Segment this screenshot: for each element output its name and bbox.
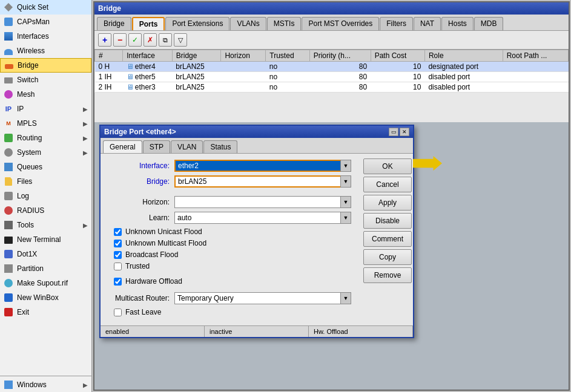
hardware-offload-checkbox[interactable] [114, 278, 122, 286]
tab-nat[interactable]: NAT [414, 17, 441, 30]
sidebar-item-quickset[interactable]: Quick Set [0, 0, 91, 15]
disable-button[interactable]: Disable [363, 213, 412, 229]
status-enabled: enabled [101, 326, 205, 337]
wireless-icon [4, 46, 13, 56]
multicast-router-label: Multicast Router: [108, 294, 174, 302]
sidebar-item-tools[interactable]: Tools ▶ [0, 218, 91, 232]
table-row[interactable]: 2 IH 🖥ether3 brLAN25 no 80 10 disabled p… [95, 82, 569, 93]
ok-button[interactable]: OK [363, 158, 412, 174]
sidebar-item-log[interactable]: Log [0, 189, 91, 203]
trusted-checkbox[interactable] [114, 263, 122, 270]
sidebar-item-label: Exit [17, 308, 88, 316]
unknown-unicast-label: Unknown Unicast Flood [125, 227, 202, 236]
remove-button[interactable]: Remove [363, 267, 412, 283]
horizon-row: Horizon: ▼ [108, 196, 351, 208]
sidebar-item-newterminal[interactable]: New Terminal [0, 232, 91, 247]
sidebar-item-label: Routing [17, 134, 79, 142]
bridge-dropdown-arrow[interactable]: ▼ [340, 175, 351, 188]
sidebar-item-dot1x[interactable]: Dot1X [0, 247, 91, 261]
actions-area: OK Cancel Apply Disable Comment Copy Rem… [358, 154, 413, 325]
multicast-router-select-wrapper: Temporary Query ▼ [174, 292, 351, 304]
sidebar-item-interfaces[interactable]: Interfaces [0, 29, 91, 44]
cell-pathcost: 10 [371, 72, 424, 82]
broadcast-flood-checkbox[interactable] [114, 251, 122, 259]
col-priority: Priority (h... [309, 50, 371, 62]
tab-bridge[interactable]: Bridge [97, 17, 131, 30]
tab-mdb[interactable]: MDB [474, 17, 504, 30]
dialog-tab-vlan[interactable]: VLAN [171, 140, 203, 153]
comment-button[interactable]: Comment [363, 231, 412, 247]
multicast-router-dropdown-arrow[interactable]: ▼ [340, 292, 351, 304]
apply-button[interactable]: Apply [363, 195, 412, 211]
sidebar-item-radius[interactable]: RADIUS [0, 203, 91, 218]
learn-dropdown-arrow[interactable]: ▼ [340, 212, 351, 224]
add-button[interactable]: + [98, 33, 111, 47]
dialog-actions: OK Cancel Apply Disable Comment Copy Rem… [358, 154, 413, 288]
unknown-multicast-checkbox[interactable] [114, 240, 122, 247]
filter-icon: ▽ [178, 36, 183, 44]
sidebar-item-routing[interactable]: Routing ▶ [0, 131, 91, 145]
disable-button[interactable]: ✗ [144, 33, 157, 47]
unknown-unicast-checkbox[interactable] [114, 228, 122, 236]
sidebar-item-queues[interactable]: Queues [0, 160, 91, 174]
dialog-tab-general[interactable]: General [103, 140, 142, 153]
enable-button[interactable]: ✓ [128, 33, 142, 47]
sidebar-item-newwinbox[interactable]: New WinBox [0, 290, 91, 305]
tab-filters[interactable]: Filters [380, 17, 413, 30]
horizon-input[interactable] [174, 196, 351, 208]
system-arrow: ▶ [83, 149, 88, 156]
tab-port-mst-overrides[interactable]: Port MST Overrides [302, 17, 379, 30]
sidebar-item-system[interactable]: System ▶ [0, 145, 91, 160]
sidebar-item-label: IP [17, 105, 79, 113]
interface-dropdown-arrow[interactable]: ▼ [340, 160, 351, 172]
fast-leave-row: Fast Leave [108, 308, 351, 316]
sidebar-item-files[interactable]: Files [0, 174, 91, 189]
tab-port-extensions[interactable]: Port Extensions [165, 17, 229, 30]
col-pathcost: Path Cost [371, 50, 424, 62]
sidebar-item-windows[interactable]: Windows ▶ [0, 377, 91, 392]
tab-hosts[interactable]: Hosts [441, 17, 474, 30]
supout-icon [4, 278, 13, 288]
horizon-dropdown-arrow[interactable]: ▼ [340, 196, 351, 208]
sidebar-item-exit[interactable]: Exit [0, 305, 91, 319]
sidebar-item-label: Queues [17, 163, 88, 171]
sidebar-item-capsman[interactable]: CAPsMan [0, 15, 91, 29]
fast-leave-checkbox[interactable] [114, 309, 122, 316]
sidebar-separator [0, 376, 91, 376]
sidebar-item-partition[interactable]: Partition [0, 261, 91, 276]
sidebar-item-mesh[interactable]: Mesh [0, 87, 91, 102]
sidebar-item-wireless[interactable]: Wireless [0, 44, 91, 58]
sidebar-item-mpls[interactable]: M MPLS ▶ [0, 116, 91, 131]
dialog-tab-status[interactable]: Status [203, 140, 237, 153]
minus-icon: − [117, 35, 122, 45]
capsman-icon [4, 17, 13, 27]
interface-input[interactable]: ether2 [174, 160, 351, 172]
table-row[interactable]: 1 IH 🖥ether5 brLAN25 no 80 10 disabled p… [95, 72, 569, 82]
col-bridge: Bridge [172, 50, 221, 62]
sidebar-item-switch[interactable]: Switch [0, 73, 91, 87]
copy-toolbar-button[interactable]: ⧉ [159, 33, 172, 47]
files-icon [4, 177, 13, 186]
col-num: # [95, 50, 123, 62]
sidebar-item-ip[interactable]: IP IP ▶ [0, 102, 91, 116]
dialog-tab-stp[interactable]: STP [143, 140, 170, 153]
copy-button[interactable]: Copy [363, 249, 412, 265]
filter-button[interactable]: ▽ [174, 33, 187, 47]
tab-vlans[interactable]: VLANs [230, 17, 266, 30]
multicast-router-row: Multicast Router: Temporary Query ▼ [108, 292, 351, 304]
cancel-button[interactable]: Cancel [363, 177, 412, 192]
remove-button[interactable]: − [113, 33, 127, 47]
dialog-close-button[interactable]: ✕ [400, 128, 409, 136]
mesh-icon [4, 90, 13, 99]
learn-input[interactable]: auto [174, 212, 351, 224]
arrow-shape [413, 156, 442, 171]
tab-ports[interactable]: Ports [132, 17, 165, 30]
multicast-router-input[interactable]: Temporary Query [174, 292, 351, 304]
tab-mstis[interactable]: MSTIs [267, 17, 302, 30]
bridge-input[interactable]: brLAN25 [174, 175, 351, 188]
sidebar-item-bridge[interactable]: Bridge [0, 58, 91, 73]
col-rootpath: Root Path ... [503, 50, 568, 62]
sidebar-item-supout[interactable]: Make Supout.rif [0, 276, 91, 290]
dialog-minimize-button[interactable]: ▭ [389, 128, 398, 136]
table-row[interactable]: 0 H 🖥ether4 brLAN25 no 80 10 designated … [95, 62, 569, 72]
